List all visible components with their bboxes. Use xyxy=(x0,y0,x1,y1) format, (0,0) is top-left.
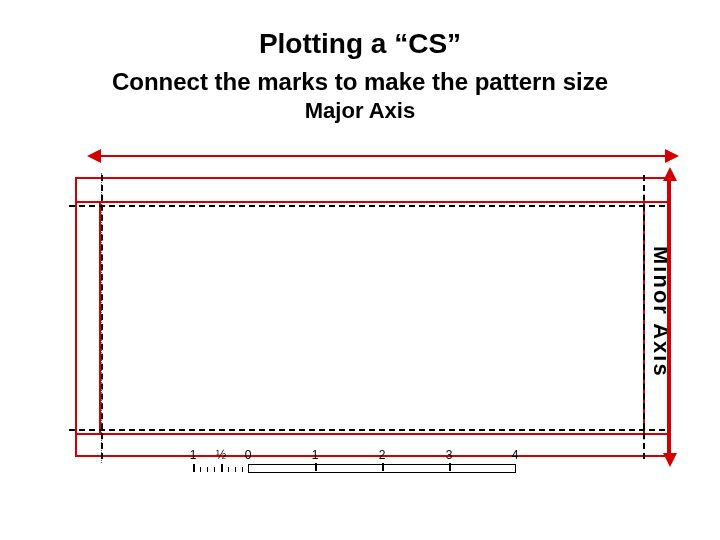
ruler-label-0: 0 xyxy=(245,448,252,462)
ruler-label-3: 3 xyxy=(446,448,453,462)
dashed-guide-left xyxy=(101,175,103,459)
page-subtitle: Connect the marks to make the pattern si… xyxy=(0,68,720,96)
major-axis-label: Major Axis xyxy=(0,98,720,124)
ruler-label-half: ½ xyxy=(216,448,226,462)
dashed-guide-right xyxy=(643,175,645,459)
dashed-guide-top xyxy=(69,205,665,207)
dashed-guide-bottom xyxy=(69,429,665,431)
pattern-inner-bottom-line xyxy=(75,433,669,435)
ruler-bar xyxy=(248,464,516,473)
ruler-left-section xyxy=(193,464,248,473)
ruler-label-2: 2 xyxy=(379,448,386,462)
ruler-label-left-1: 1 xyxy=(190,448,197,462)
ruler-label-1: 1 xyxy=(312,448,319,462)
ruler-label-4: 4 xyxy=(512,448,519,462)
major-axis-arrow xyxy=(99,155,667,157)
minor-axis-arrow xyxy=(669,179,671,455)
page-title: Plotting a “CS” xyxy=(0,28,720,60)
scale-ruler: 1 ½ 0 1 2 3 4 xyxy=(193,453,519,473)
pattern-inner-rect xyxy=(99,201,645,433)
plot-area: 1 ½ 0 1 2 3 4 xyxy=(65,155,670,475)
